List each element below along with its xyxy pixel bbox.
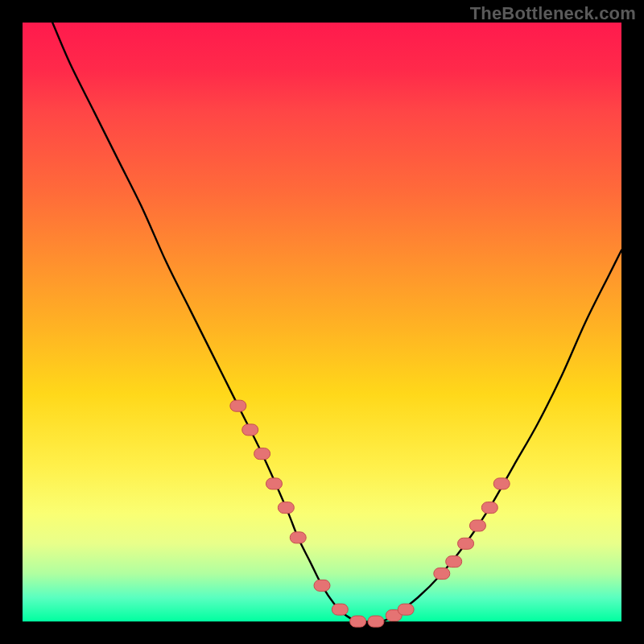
marker-point — [434, 568, 450, 579]
chart-frame — [23, 23, 621, 621]
chart-svg — [23, 23, 621, 621]
marker-point — [368, 616, 384, 627]
marker-point — [332, 604, 348, 615]
marker-point — [493, 478, 510, 489]
marker-point — [278, 502, 294, 514]
marker-point — [314, 580, 330, 591]
highlight-markers — [230, 400, 510, 627]
marker-point — [242, 424, 258, 436]
bottleneck-curve — [52, 23, 621, 622]
marker-point — [266, 478, 282, 489]
marker-point — [230, 400, 246, 411]
marker-point — [458, 538, 474, 549]
attribution-label: TheBottleneck.com — [470, 3, 636, 24]
marker-point — [254, 448, 270, 460]
marker-point — [290, 532, 306, 543]
marker-point — [350, 616, 366, 627]
marker-point — [469, 520, 485, 531]
marker-point — [398, 604, 414, 615]
marker-point — [481, 502, 497, 514]
marker-point — [446, 556, 462, 568]
